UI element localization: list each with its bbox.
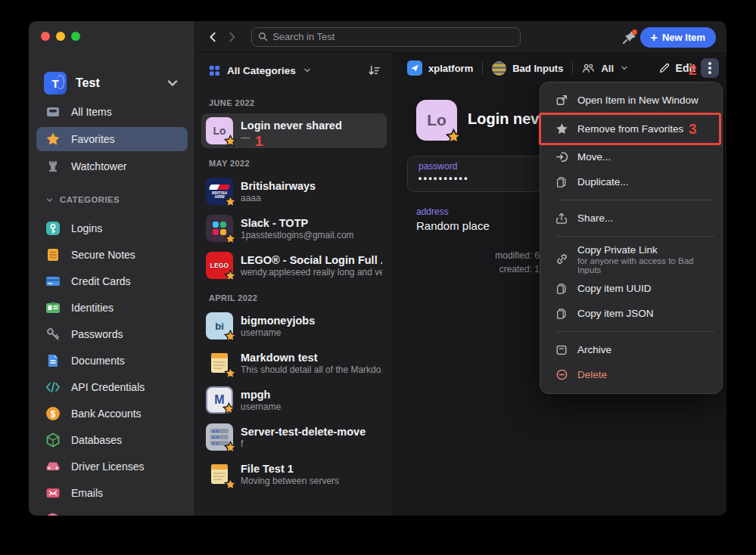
notification-pin-icon[interactable] [621,28,639,46]
menu-item-sublabel: for anyone with access to Bad Inputs [577,256,711,274]
favorite-badge-icon [224,135,237,147]
database-icon [45,433,61,448]
sidebar-item-emails[interactable]: Emails [36,481,188,505]
sidebar-item-watchtower[interactable]: Watchtower [36,154,188,178]
search-box[interactable] [251,27,521,47]
categories-header[interactable]: CATEGORIES [45,195,120,204]
favorite-badge-icon [224,269,237,282]
link-icon [555,253,568,266]
vault-name: Test [76,76,156,90]
open-new-window-icon [555,94,568,107]
created-date: created: 1 [495,262,540,276]
category-filter-dropdown[interactable]: All Categories [227,65,296,76]
search-icon [258,32,268,42]
menu-item-copy-uuid[interactable]: Copy item UUID [540,276,722,301]
menu-item-share[interactable]: Share... [540,206,722,231]
menu-item-open-new-window[interactable]: Open Item in New Window [540,88,722,113]
window-controls [41,32,80,41]
menu-item-copy-json[interactable]: Copy item JSON [540,301,722,326]
vault-switcher[interactable]: T Test [36,68,188,98]
menu-item-archive[interactable]: Archive [540,337,722,362]
favorite-badge-icon [224,441,237,454]
shared-with-dropdown[interactable]: All [601,63,614,74]
sidebar-item-logins[interactable]: Logins [36,216,188,240]
account-name: xplatform [428,63,473,74]
list-item-lego[interactable]: LEGO LEGO® - Social Login Full ...wendy.… [201,248,387,283]
list-item-mpgh[interactable]: M mpghusername [201,383,387,417]
favorite-badge-icon [224,367,237,380]
new-item-button[interactable]: + New Item [640,27,716,48]
favorites-star-icon [45,132,61,147]
menu-divider [557,200,714,200]
sidebar-item-databases[interactable]: Databases [36,428,188,452]
menu-item-move[interactable]: Move... [540,144,722,169]
back-button[interactable] [204,28,222,46]
menu-item-copy-private-link[interactable]: Copy Private Link for anyone with access… [540,242,722,276]
dollar-icon: $ [45,406,61,421]
close-window-button[interactable] [41,32,50,41]
watchtower-icon [45,159,61,174]
sidebar-item-driver-licenses[interactable]: Driver Licenses [36,454,188,479]
people-icon [582,62,595,75]
sidebar-item-documents[interactable]: Documents [36,349,188,373]
star-icon [555,122,568,135]
sidebar-item-bank-accounts[interactable]: $ Bank Accounts [36,402,188,426]
duplicate-icon [555,175,568,189]
list-item-file-test-1[interactable]: File Test 1Moving between servers [201,457,387,491]
list-item-login-never-shared[interactable]: Lo Login never shared— [201,113,387,148]
menu-item-delete[interactable]: Delete [540,362,722,387]
forward-button[interactable] [222,28,241,46]
sidebar-item-secure-notes[interactable]: Secure Notes [36,243,188,267]
more-options-button[interactable] [701,58,719,78]
sidebar-item-passwords[interactable]: Passwords [36,322,188,346]
server-icon [206,423,233,451]
section-header: MAY 2022 [209,159,387,168]
code-icon [45,380,61,395]
sidebar-item-clipped [45,511,61,516]
item-avatar: Lo [416,100,457,141]
account-icon [407,60,422,76]
sidebar-item-label: All Items [71,106,112,118]
zoom-window-button[interactable] [71,32,80,41]
svg-text:$: $ [51,409,56,420]
chevron-down-icon [620,64,629,73]
list-item-bigmoneyjobs[interactable]: bi bigmoneyjobsusername [201,309,387,343]
menu-divider [557,236,714,237]
sort-icon[interactable] [368,64,381,77]
list-item-britishairways[interactable]: BRITISHAIRW Britishairwaysaaaa [201,174,387,209]
sidebar-item-label: Favorites [71,133,115,145]
section-header: JUNE 2022 [209,98,387,107]
sidebar-item-identities[interactable]: Identities [36,296,188,320]
sidebar-item-credit-cards[interactable]: Credit Cards [36,269,188,293]
list-item-markdown-test[interactable]: Markdown testThis should detail all of t… [201,346,387,380]
minimize-window-button[interactable] [56,32,65,41]
share-icon [555,212,568,225]
sidebar-item-favorites[interactable]: Favorites [36,127,188,151]
note-icon [206,460,233,488]
item-monogram-icon: bi [206,312,233,340]
email-icon [45,485,61,501]
chevron-down-icon [303,66,312,75]
item-list-panel: All Categories JUNE 2022 Lo Login never … [195,53,394,516]
favorite-badge-icon [446,129,462,144]
sidebar-item-api-credentials[interactable]: API Credentials [36,375,188,399]
slack-icon [206,215,233,242]
all-items-icon [45,104,61,119]
address-value: Random place [416,219,490,232]
sidebar-item-all-items[interactable]: All Items [36,100,188,124]
pencil-icon [658,62,670,74]
vault-breadcrumb[interactable]: Bad Inputs [512,63,563,74]
item-monogram-icon: Lo [206,117,233,144]
address-field[interactable]: address Random place [416,206,490,232]
menu-item-duplicate[interactable]: Duplicate... [540,169,722,194]
car-icon [45,459,61,474]
list-item-slack-totp[interactable]: Slack - TOTP1passtestlogins@gmail.com [201,211,387,246]
item-monogram-icon: M [206,386,233,414]
identity-icon [45,300,61,315]
credit-card-icon [45,274,61,289]
modified-date: modified: 6 [495,249,540,262]
sidebar: T Test All Items Favorites Watchtower CA… [29,21,195,516]
list-item-server-test[interactable]: Server-test-delete-movef [201,420,387,454]
secure-note-icon [45,247,61,262]
search-input[interactable] [272,31,514,42]
